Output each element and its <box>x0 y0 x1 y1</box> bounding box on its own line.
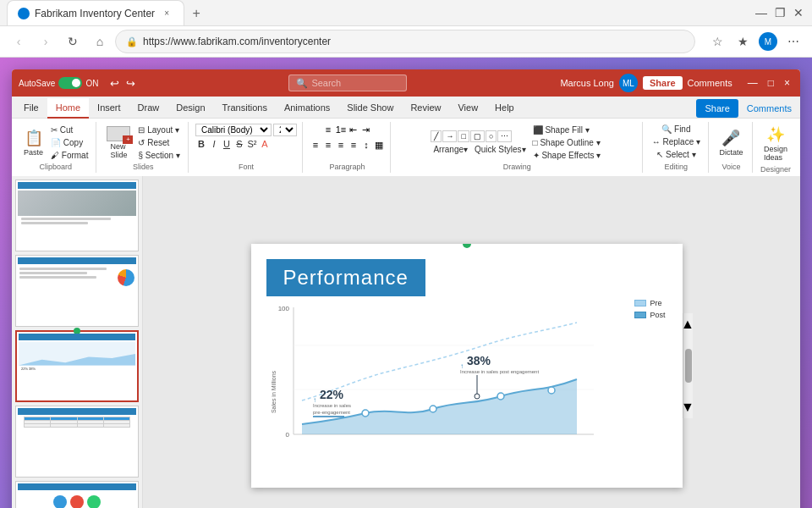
shape-rounded-rect[interactable]: ▢ <box>470 130 485 142</box>
shape-outline-button[interactable]: □ Shape Outline ▾ <box>530 137 604 148</box>
strikethrough-button[interactable]: S <box>233 138 245 150</box>
shape-more[interactable]: ⋯ <box>497 130 512 142</box>
tab-insert[interactable]: Insert <box>89 98 129 119</box>
italic-button[interactable]: I <box>208 138 220 150</box>
tab-help[interactable]: Help <box>486 98 523 119</box>
slide-thumbnail-2[interactable]: 2 <box>15 255 139 327</box>
ppt-titlebar: AutoSave ON ↩ ↪ 🔍 Search <box>12 69 800 97</box>
line-spacing[interactable]: ↕ <box>360 139 372 151</box>
designer-buttons: ✨ DesignIdeas <box>760 124 791 163</box>
tab-draw[interactable]: Draw <box>129 98 168 119</box>
slide-thumbnail-3[interactable]: 3 22% 38% <box>15 330 139 403</box>
refresh-button[interactable]: ↻ <box>61 30 85 53</box>
underline-button[interactable]: U <box>221 138 233 150</box>
ppt-search-box[interactable]: 🔍 Search <box>288 75 407 91</box>
new-tab-button[interactable]: + <box>184 2 208 25</box>
comments-ribbon-button[interactable]: Comments <box>742 99 797 118</box>
reset-button[interactable]: ↺ Reset <box>135 137 182 148</box>
replace-button[interactable]: ↔ Replace ▾ <box>650 136 703 147</box>
font-controls: Calibri (Body) 21 B I U S S² <box>195 124 297 161</box>
share-ribbon-button[interactable]: Share <box>696 99 738 118</box>
bold-button[interactable]: B <box>195 138 207 150</box>
section-button[interactable]: § Section ▾ <box>135 150 182 161</box>
tab-transitions[interactable]: Transitions <box>214 98 276 119</box>
copy-button[interactable]: 📄 Copy <box>48 137 91 148</box>
arrange-button[interactable]: Arrange▾ <box>431 144 470 155</box>
shape-fill-button[interactable]: ⬛ Shape Fill ▾ <box>530 124 604 135</box>
shadow-button[interactable]: S² <box>246 138 258 150</box>
collections-icon[interactable]: ★ <box>731 30 754 53</box>
paste-button[interactable]: 📋 Paste <box>20 127 47 158</box>
indent-dec-button[interactable]: ⇤ <box>348 124 359 135</box>
active-tab[interactable]: Fabrikam Inventory Center × <box>7 0 184 25</box>
dictate-button[interactable]: 🎤 Dictate <box>716 127 746 158</box>
forward-button[interactable]: › <box>34 30 58 53</box>
indent-inc-button[interactable]: ⇥ <box>360 124 372 135</box>
scroll-up-button[interactable]: ▲ <box>683 317 693 332</box>
tab-animations[interactable]: Animations <box>276 98 338 119</box>
font-color-button[interactable]: A <box>259 138 271 150</box>
shape-effects-button[interactable]: ✦ Shape Effects ▾ <box>530 150 604 161</box>
redo-icon[interactable]: ↪ <box>126 77 135 90</box>
design-ideas-button[interactable]: ✨ DesignIdeas <box>760 124 791 163</box>
font-name-select[interactable]: Calibri (Body) <box>195 124 272 136</box>
comments-button[interactable]: Comments <box>688 78 732 88</box>
new-slide-button[interactable]: + NewSlide <box>103 124 134 161</box>
minimize-button[interactable]: — <box>744 77 761 89</box>
align-left[interactable]: ≡ <box>310 139 321 151</box>
shape-rect[interactable]: □ <box>458 130 469 142</box>
scroll-down-button[interactable]: ▼ <box>683 400 693 415</box>
slide-thumbnail-5[interactable]: 5 <box>15 481 139 508</box>
browser-close[interactable]: ✕ <box>792 6 805 19</box>
ppt-user-avatar[interactable]: ML <box>619 74 638 92</box>
shape-arrow[interactable]: → <box>442 130 457 142</box>
tab-close-button[interactable]: × <box>160 7 173 20</box>
browser-restore[interactable]: ❐ <box>773 6 787 19</box>
numbering-button[interactable]: 1≡ <box>335 124 347 135</box>
designer-label: Designer <box>760 165 791 174</box>
tab-design[interactable]: Design <box>167 98 213 119</box>
favorites-icon[interactable]: ☆ <box>705 30 729 53</box>
shape-line[interactable]: ╱ <box>431 130 442 142</box>
align-justify[interactable]: ≡ <box>348 139 359 151</box>
find-button[interactable]: 🔍 Find <box>659 124 693 135</box>
autosave-toggle[interactable] <box>58 77 82 89</box>
share-button[interactable]: Share <box>643 76 683 90</box>
home-button[interactable]: ⌂ <box>88 30 112 53</box>
font-size-select[interactable]: 21 <box>273 124 297 136</box>
select-button[interactable]: ↖ Select ▾ <box>654 149 698 160</box>
scrollbar-thumb[interactable] <box>685 349 692 383</box>
profile-icon[interactable]: M <box>756 30 780 53</box>
bullets-button[interactable]: ≡ <box>322 124 334 135</box>
columns[interactable]: ▦ <box>373 139 385 151</box>
right-scrollbar[interactable]: ▲ ▼ <box>683 313 693 418</box>
layout-button[interactable]: ⊟ Layout ▾ <box>135 124 182 135</box>
tab-slideshow[interactable]: Slide Show <box>338 98 402 119</box>
tab-view[interactable]: View <box>449 98 486 119</box>
cut-button[interactable]: ✂ Cut <box>48 124 91 135</box>
close-button[interactable]: × <box>781 77 793 89</box>
tab-review[interactable]: Review <box>402 98 449 119</box>
shape-oval[interactable]: ○ <box>486 130 497 142</box>
format-painter-button[interactable]: 🖌 Format <box>48 150 91 161</box>
quick-styles-button[interactable]: Quick Styles▾ <box>472 144 529 155</box>
slide-canvas[interactable]: Performance Pre Post <box>251 244 683 488</box>
clipboard-buttons: 📋 Paste ✂ Cut 📄 Copy 🖌 Format <box>20 124 91 161</box>
undo-icon[interactable]: ↩ <box>110 77 119 90</box>
align-center[interactable]: ≡ <box>322 139 334 151</box>
ribbon-content: 📋 Paste ✂ Cut 📄 Copy 🖌 Format Clipboard <box>12 119 800 176</box>
back-button[interactable]: ‹ <box>7 30 30 53</box>
slide-thumbnail-1[interactable]: 1 <box>15 179 139 251</box>
tab-file[interactable]: File <box>15 98 47 119</box>
drawing-controls: ╱ → □ ▢ ○ ⋯ Arrange▾ Quick Styles▾ <box>431 124 603 161</box>
ppt-main: 1 2 <box>12 176 800 508</box>
slide-thumbnail-4[interactable]: 4 <box>15 406 139 478</box>
browser-minimize[interactable]: — <box>754 6 768 19</box>
restore-button[interactable]: □ <box>765 77 777 89</box>
slide-canvas-area: Performance Pre Post <box>143 176 800 508</box>
user-avatar: M <box>759 32 777 51</box>
address-bar[interactable]: 🔒 https://www.fabrikam.com/inventorycent… <box>115 30 695 53</box>
align-right[interactable]: ≡ <box>335 139 347 151</box>
settings-icon[interactable]: ⋯ <box>782 30 805 53</box>
tab-home[interactable]: Home <box>47 98 89 119</box>
